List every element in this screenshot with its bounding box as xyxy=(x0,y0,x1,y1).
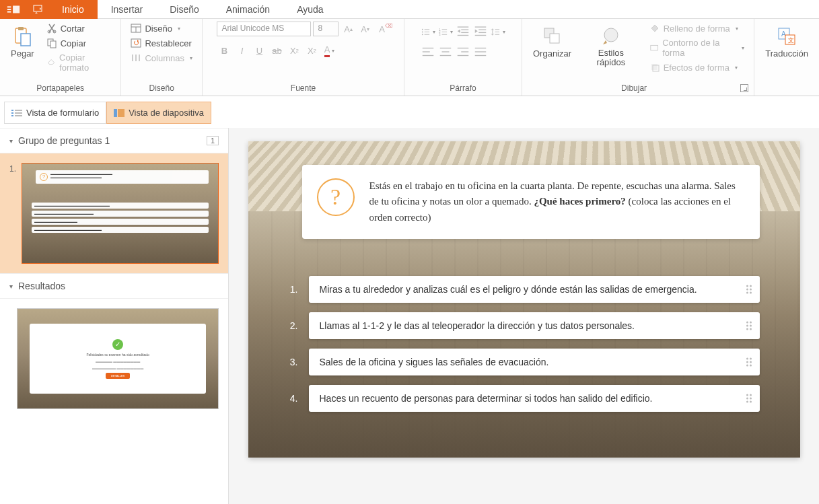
group-count-badge: 1 xyxy=(207,136,219,145)
question-group-header[interactable]: ▾ Grupo de preguntas 1 1 xyxy=(0,128,228,153)
question-card[interactable]: ? Estás en el trabajo en tu oficina en l… xyxy=(302,165,760,239)
clear-format-icon[interactable]: A⌫ xyxy=(374,22,389,36)
line-spacing-icon[interactable] xyxy=(491,24,505,39)
answers-list: 1. Miras a tu alrededor y analizas cuál … xyxy=(282,276,760,412)
app-logo[interactable] xyxy=(0,0,27,19)
question-text: Estás en el trabajo en tu oficina en la … xyxy=(369,178,741,225)
indent-icon[interactable] xyxy=(473,24,488,39)
svg-rect-3 xyxy=(7,11,11,12)
check-icon: ✓ xyxy=(112,339,123,350)
chevron-down-icon: ▾ xyxy=(9,137,13,145)
superscript-icon[interactable]: X2 xyxy=(304,43,319,58)
svg-rect-8 xyxy=(18,27,24,30)
svg-rect-60 xyxy=(550,34,559,43)
drag-handle-icon[interactable] xyxy=(746,394,752,403)
tab-inicio[interactable]: Inicio xyxy=(48,0,98,19)
svg-point-61 xyxy=(604,28,618,42)
results-header[interactable]: ▾ Resultados xyxy=(0,273,228,299)
tab-animacion[interactable]: Animación xyxy=(213,0,283,19)
svg-rect-2 xyxy=(7,9,11,10)
underline-icon[interactable]: U xyxy=(252,43,266,58)
svg-text:3: 3 xyxy=(439,33,441,36)
app-menu-dropdown[interactable] xyxy=(27,0,48,19)
answer-card-3[interactable]: Sales de la oficina y sigues las señales… xyxy=(309,349,760,375)
align-left-icon[interactable] xyxy=(421,44,435,59)
svg-rect-71 xyxy=(11,112,13,114)
bold-icon[interactable]: B xyxy=(217,43,232,58)
justify-icon[interactable] xyxy=(473,44,488,59)
shape-effects-button[interactable]: Efectos de forma xyxy=(645,61,748,74)
svg-rect-76 xyxy=(118,109,124,117)
font-size-select[interactable]: 8 xyxy=(313,22,339,36)
answer-row: 1. Miras a tu alrededor y analizas cuál … xyxy=(282,276,760,303)
slide[interactable]: ? Estás en el trabajo en tu oficina en l… xyxy=(248,141,800,458)
svg-marker-6 xyxy=(40,7,41,10)
svg-rect-74 xyxy=(15,115,22,116)
shape-fill-button[interactable]: Relleno de forma xyxy=(645,22,748,35)
slide-view-button[interactable]: Vista de diapositiva xyxy=(106,102,211,124)
drag-handle-icon[interactable] xyxy=(746,358,752,367)
group-font: Arial Unicode MS 8 A▴ A▾ A⌫ B I U ab X2 … xyxy=(203,19,404,96)
results-thumbnail[interactable]: ✓ Felicidades su examen ha sido acredita… xyxy=(0,299,228,419)
drag-handle-icon[interactable] xyxy=(746,322,752,330)
svg-rect-72 xyxy=(15,112,22,114)
svg-point-24 xyxy=(422,31,423,32)
slide-thumbnail-1[interactable]: 1. ▬▬▬▬▬▬▬▬▬▬▬▬▬▬▬▬▬▬▬▬▬▬▬▬▬▬▬▬▬▬▬▬▬▬▬▬▬… xyxy=(0,153,228,273)
copy-button[interactable]: Copiar xyxy=(42,36,116,50)
answer-card-2[interactable]: Llamas al 1-1-2 y le das al teleoperador… xyxy=(309,312,760,339)
font-family-select[interactable]: Arial Unicode MS xyxy=(217,22,311,36)
subscript-icon[interactable]: X2 xyxy=(287,43,301,58)
svg-rect-9 xyxy=(21,34,30,46)
group-draw-label: Dibujar xyxy=(528,83,740,93)
answer-card-1[interactable]: Miras a tu alrededor y analizas cuál es … xyxy=(309,276,760,303)
reset-button[interactable]: Restablecer xyxy=(127,36,197,50)
svg-point-22 xyxy=(422,28,423,30)
group-design: Diseño Restablecer Columnas Diseño xyxy=(121,19,203,96)
italic-icon[interactable]: I xyxy=(234,43,249,58)
columns-button[interactable]: Columnas xyxy=(127,51,197,65)
svg-text:文: 文 xyxy=(788,37,794,44)
group-design-label: Diseño xyxy=(127,83,197,93)
quick-styles-button[interactable]: Estilos rápidos xyxy=(579,22,643,72)
thumbnail-preview: ✓ Felicidades su examen ha sido acredita… xyxy=(17,308,219,409)
thumbnail-preview: ▬▬▬▬▬▬▬▬▬▬▬▬▬▬▬▬▬▬▬▬▬▬▬▬▬▬▬▬▬▬▬▬▬▬▬▬▬▬▬▬… xyxy=(22,163,219,264)
numbering-icon[interactable]: 123 xyxy=(438,24,453,39)
tab-ayuda[interactable]: Ayuda xyxy=(283,0,336,19)
ribbon: Pegar Cortar Copiar Copiar formato Porta… xyxy=(0,19,819,96)
svg-rect-4 xyxy=(13,5,20,13)
bullets-icon[interactable] xyxy=(421,24,435,39)
titlebar: Inicio Insertar Diseño Animación Ayuda xyxy=(0,0,819,19)
strike-icon[interactable]: ab xyxy=(269,43,284,58)
format-painter-button[interactable]: Copiar formato xyxy=(42,51,116,74)
tab-diseno[interactable]: Diseño xyxy=(156,0,213,19)
svg-rect-17 xyxy=(131,39,141,47)
main-split: ▾ Grupo de preguntas 1 1 1. ▬▬▬▬▬▬▬▬▬▬▬▬… xyxy=(0,128,819,504)
increase-font-icon[interactable]: A▴ xyxy=(341,22,355,36)
svg-marker-38 xyxy=(458,30,460,34)
question-icon xyxy=(40,173,48,181)
answer-row: 2. Llamas al 1-1-2 y le das al teleopera… xyxy=(282,312,760,339)
arrange-button[interactable]: Organizar xyxy=(528,22,577,63)
outdent-icon[interactable] xyxy=(456,24,470,39)
align-right-icon[interactable] xyxy=(456,44,470,59)
svg-rect-1 xyxy=(7,6,11,7)
chevron-down-icon: ▾ xyxy=(9,283,13,290)
translate-button[interactable]: A文 Traducción xyxy=(760,22,814,63)
paste-button[interactable]: Pegar xyxy=(5,22,40,63)
layout-button[interactable]: Diseño xyxy=(127,22,197,35)
answer-card-4[interactable]: Haces un recuento de personas para deter… xyxy=(309,385,760,412)
group-font-label: Fuente xyxy=(208,83,398,93)
answer-row: 3. Sales de la oficina y sigues las seña… xyxy=(282,349,760,375)
group-clipboard: Pegar Cortar Copiar Copiar formato Porta… xyxy=(0,19,121,96)
font-color-icon[interactable]: A xyxy=(322,43,336,58)
shape-outline-button[interactable]: Contorno de la forma xyxy=(645,36,748,59)
svg-rect-69 xyxy=(11,110,13,111)
tab-insertar[interactable]: Insertar xyxy=(98,0,156,19)
cut-button[interactable]: Cortar xyxy=(42,22,116,35)
decrease-font-icon[interactable]: A▾ xyxy=(357,22,372,36)
drag-handle-icon[interactable] xyxy=(746,285,752,294)
slide-panel: ▾ Grupo de preguntas 1 1 1. ▬▬▬▬▬▬▬▬▬▬▬▬… xyxy=(0,128,229,504)
draw-dialog-launcher-icon[interactable] xyxy=(740,84,748,92)
align-center-icon[interactable] xyxy=(438,44,453,59)
form-view-button[interactable]: Vista de formulario xyxy=(4,102,106,124)
